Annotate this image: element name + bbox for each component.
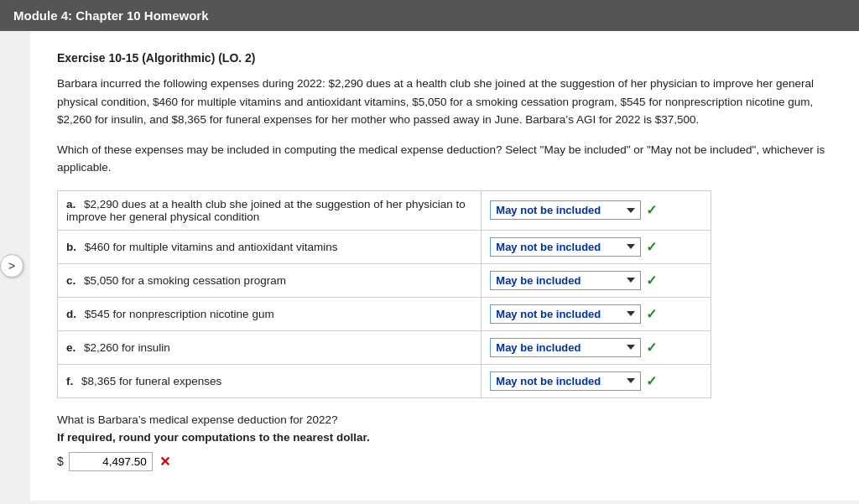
expense-dropdown-c[interactable]: May be includedMay not be included xyxy=(490,271,641,290)
row-id-d: d. xyxy=(66,308,81,320)
row-select-cell-e: May be includedMay not be included✓ xyxy=(482,330,711,364)
exercise-title: Exercise 10-15 (Algorithmic) (LO. 2) xyxy=(57,51,832,65)
check-icon-e: ✓ xyxy=(646,340,657,356)
expense-dropdown-d[interactable]: May be includedMay not be included xyxy=(490,304,641,324)
row-id-e: e. xyxy=(66,341,81,354)
row-select-cell-f: May be includedMay not be included✓ xyxy=(482,364,711,397)
exercise-question: Which of these expenses may be included … xyxy=(57,141,832,177)
table-row: e. $2,260 for insulinMay be includedMay … xyxy=(58,330,711,364)
check-icon-d: ✓ xyxy=(646,306,657,322)
header: Module 4: Chapter 10 Homework xyxy=(0,0,859,31)
row-label-a: a. $2,290 dues at a health club she join… xyxy=(58,190,482,230)
expense-dropdown-f[interactable]: May be includedMay not be included xyxy=(490,372,641,391)
footer-question: What is Barbara’s medical expense deduct… xyxy=(57,413,832,426)
row-select-cell-b: May be includedMay not be included✓ xyxy=(482,230,711,263)
check-icon-b: ✓ xyxy=(646,239,657,255)
check-icon-f: ✓ xyxy=(646,373,657,389)
row-label-b: b. $460 for multiple vitamins and antiox… xyxy=(58,230,482,263)
table-row: f. $8,365 for funeral expensesMay be inc… xyxy=(58,364,711,397)
wrong-icon: ✕ xyxy=(159,454,170,470)
row-label-f: f. $8,365 for funeral expenses xyxy=(58,364,482,397)
row-label-d: d. $545 for nonprescription nicotine gum xyxy=(58,297,482,330)
row-label-c: c. $5,050 for a smoking cessation progra… xyxy=(58,263,482,297)
row-select-cell-c: May be includedMay not be included✓ xyxy=(482,263,711,297)
expense-dropdown-a[interactable]: May be includedMay not be included xyxy=(490,200,641,220)
check-icon-a: ✓ xyxy=(646,202,657,218)
table-row: b. $460 for multiple vitamins and antiox… xyxy=(58,230,711,263)
exercise-description: Barbara incurred the following expenses … xyxy=(57,75,832,129)
header-title: Module 4: Chapter 10 Homework xyxy=(13,8,209,23)
row-id-b: b. xyxy=(66,241,81,253)
row-id-f: f. xyxy=(66,375,78,387)
table-row: d. $545 for nonprescription nicotine gum… xyxy=(58,297,711,330)
expense-dropdown-e[interactable]: May be includedMay not be included xyxy=(490,338,641,357)
table-row: a. $2,290 dues at a health club she join… xyxy=(58,190,711,230)
footer-instruction: If required, round your computations to … xyxy=(57,431,832,444)
expense-dropdown-b[interactable]: May be includedMay not be included xyxy=(490,237,641,257)
answer-input[interactable] xyxy=(69,452,153,471)
check-icon-c: ✓ xyxy=(646,273,657,288)
expense-table: a. $2,290 dues at a health club she join… xyxy=(57,190,711,398)
row-select-cell-d: May be includedMay not be included✓ xyxy=(482,297,711,330)
row-select-cell-a: May be includedMay not be included✓ xyxy=(482,190,711,230)
row-id-c: c. xyxy=(66,274,81,287)
dollar-sign: $ xyxy=(57,455,64,468)
table-row: c. $5,050 for a smoking cessation progra… xyxy=(58,263,711,297)
nav-arrow-left[interactable]: > xyxy=(0,254,23,278)
row-label-e: e. $2,260 for insulin xyxy=(58,330,482,364)
row-id-a: a. xyxy=(66,198,81,210)
